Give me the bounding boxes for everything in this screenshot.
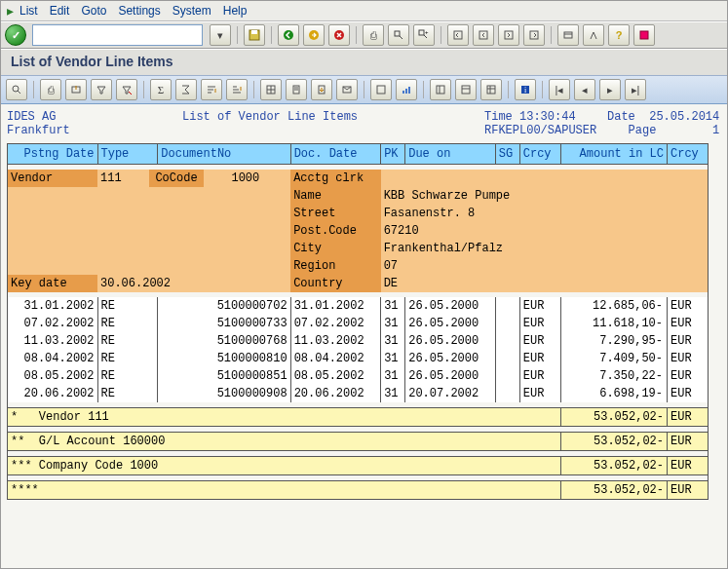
svg-line-8 xyxy=(424,35,427,38)
svg-rect-35 xyxy=(462,86,470,94)
svg-rect-16 xyxy=(640,31,648,39)
sort-asc-icon[interactable] xyxy=(201,79,222,100)
col-sg[interactable]: SG xyxy=(495,144,519,165)
filter-icon[interactable] xyxy=(91,79,112,100)
menu-system[interactable]: System xyxy=(172,4,211,18)
col-doc[interactable]: DocumentNo xyxy=(158,144,290,165)
time-label: Time xyxy=(484,110,513,124)
nav-prev-icon[interactable]: ◂ xyxy=(574,79,595,100)
menu-indicator-icon: ▸ xyxy=(7,3,14,19)
prev-page-icon[interactable] xyxy=(473,24,494,46)
layout-icon[interactable] xyxy=(633,24,655,46)
layout-save-icon[interactable] xyxy=(480,79,502,100)
shortcut-icon[interactable] xyxy=(583,24,604,46)
next-page-icon[interactable] xyxy=(498,24,519,46)
print-icon[interactable]: ⎙ xyxy=(363,24,384,46)
spreadsheet-icon[interactable] xyxy=(260,79,282,100)
col-amt[interactable]: Amount in LC xyxy=(560,144,667,165)
table-row[interactable]: 08.05.2002RE510000085108.05.20023126.05.… xyxy=(8,367,709,385)
svg-rect-11 xyxy=(479,31,487,39)
total-row: * Vendor 11153.052,02-EUR xyxy=(8,408,709,427)
table-row[interactable]: 11.03.2002RE510000076811.03.20023126.05.… xyxy=(8,332,709,350)
svg-rect-33 xyxy=(437,86,444,94)
nav-first-icon[interactable]: |◂ xyxy=(549,79,570,100)
find-next-icon[interactable]: + xyxy=(413,24,435,46)
page-label: Page xyxy=(629,124,657,137)
total-row: *** Company Code 100053.052,02-EUR xyxy=(8,457,709,475)
date-label: Date xyxy=(607,110,635,124)
vendor-info-row: Vendor111 CoCode 1000Acctg clrk xyxy=(8,170,709,187)
save-icon[interactable] xyxy=(244,24,265,46)
svg-rect-32 xyxy=(408,87,410,94)
col-pk[interactable]: PK xyxy=(381,144,405,165)
mail-icon[interactable] xyxy=(336,79,358,100)
svg-rect-5 xyxy=(395,31,400,36)
find-icon[interactable] xyxy=(388,24,409,46)
svg-line-6 xyxy=(400,36,402,39)
menu-bar: ▸ List Edit Goto Settings System Help xyxy=(1,1,727,21)
table-row[interactable]: 20.06.2002RE510000090820.06.20023120.07.… xyxy=(8,385,709,402)
line-item-table: Pstng Date Type DocumentNo Doc. Date PK … xyxy=(7,143,709,500)
col-docdate[interactable]: Doc. Date xyxy=(290,144,381,165)
svg-rect-10 xyxy=(454,31,462,39)
system-toolbar: ✓ ▾ ⎙ + ? xyxy=(1,21,727,49)
column-header-row: Pstng Date Type DocumentNo Doc. Date PK … xyxy=(8,144,709,165)
dropdown-icon[interactable]: ▾ xyxy=(210,24,231,46)
col-pstng[interactable]: Pstng Date xyxy=(8,144,98,165)
col-due[interactable]: Due on xyxy=(405,144,496,165)
command-field[interactable] xyxy=(32,24,203,46)
table-row[interactable]: 07.02.2002RE510000073307.02.20023126.05.… xyxy=(8,315,709,332)
nav-last-icon[interactable]: ▸| xyxy=(625,79,646,100)
export-icon[interactable] xyxy=(65,79,87,100)
svg-text:+: + xyxy=(425,29,429,35)
graphic-icon[interactable] xyxy=(396,79,417,100)
menu-goto[interactable]: Goto xyxy=(81,4,106,18)
menu-edit[interactable]: Edit xyxy=(50,4,70,18)
sort-desc-icon[interactable] xyxy=(226,79,248,100)
abc-icon[interactable] xyxy=(370,79,392,100)
content-area: IDES AGFrankfurt List of Vendor Line Ite… xyxy=(1,104,727,568)
localfile-icon[interactable] xyxy=(311,79,332,100)
new-session-icon[interactable] xyxy=(557,24,579,46)
enter-button[interactable]: ✓ xyxy=(5,24,26,46)
cancel-icon[interactable] xyxy=(328,24,350,46)
svg-rect-37 xyxy=(487,86,495,94)
menu-settings[interactable]: Settings xyxy=(118,4,160,18)
svg-rect-31 xyxy=(405,89,407,94)
print-app-icon[interactable]: ⎙ xyxy=(40,79,61,100)
svg-point-2 xyxy=(284,30,293,40)
svg-line-18 xyxy=(18,91,20,94)
time-value: 13:30:44 xyxy=(519,110,576,124)
svg-rect-7 xyxy=(419,30,424,35)
report-title-text: List of Vendor Line Items xyxy=(182,110,358,124)
help-f1-icon[interactable]: ? xyxy=(608,24,630,46)
filter-delete-icon[interactable] xyxy=(116,79,137,100)
info-icon[interactable]: i xyxy=(515,79,536,100)
table-row[interactable]: 08.04.2002RE510000081008.04.20023126.05.… xyxy=(8,350,709,367)
last-page-icon[interactable] xyxy=(523,24,545,46)
first-page-icon[interactable] xyxy=(447,24,469,46)
nav-next-icon[interactable]: ▸ xyxy=(599,79,621,100)
menu-help[interactable]: Help xyxy=(223,4,248,18)
sum-icon[interactable]: Σ xyxy=(150,79,172,100)
subtotal-icon[interactable] xyxy=(175,79,197,100)
svg-rect-30 xyxy=(402,91,404,94)
application-toolbar: ⎙ Σ i |◂ ◂ ▸ ▸| xyxy=(1,76,727,104)
total-row: ****53.052,02-EUR xyxy=(8,481,709,500)
report-header: IDES AGFrankfurt List of Vendor Line Ite… xyxy=(7,110,721,137)
svg-rect-29 xyxy=(377,86,385,94)
wordproc-icon[interactable] xyxy=(286,79,307,100)
date-value: 25.05.2014 xyxy=(649,110,719,124)
menu-list[interactable]: List xyxy=(19,4,38,18)
svg-rect-14 xyxy=(564,32,572,38)
table-row[interactable]: 31.01.2002RE510000070231.01.20023126.05.… xyxy=(8,297,709,315)
exit-icon[interactable] xyxy=(303,24,325,46)
svg-rect-12 xyxy=(505,31,513,39)
col-type[interactable]: Type xyxy=(97,144,158,165)
col-crcy2[interactable]: Crcy xyxy=(668,144,709,165)
layout-select-icon[interactable] xyxy=(455,79,477,100)
layout-change-icon[interactable] xyxy=(430,79,451,100)
details-icon[interactable] xyxy=(6,79,27,100)
back-icon[interactable] xyxy=(278,24,299,46)
col-crcy[interactable]: Crcy xyxy=(519,144,560,165)
